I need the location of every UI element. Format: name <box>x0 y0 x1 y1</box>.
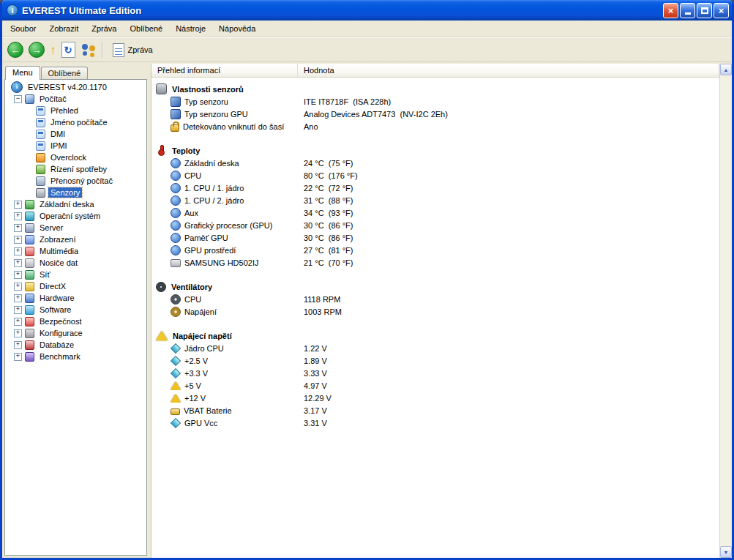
expand-icon[interactable] <box>14 283 22 291</box>
overclock-icon <box>36 153 45 163</box>
expand-icon[interactable] <box>14 329 22 337</box>
everest-icon <box>11 81 23 93</box>
expand-icon[interactable] <box>14 341 22 349</box>
menu-napoveda[interactable]: Nápověda <box>212 20 262 37</box>
scroll-up-button[interactable]: ▲ <box>720 64 732 75</box>
info-row[interactable]: 1. CPU / 2. jádro 31 °C (88 °F) <box>151 194 719 206</box>
menu-nastroje[interactable]: Nástroje <box>169 20 212 37</box>
tree-item-software[interactable]: Software <box>5 304 146 316</box>
fan-icon <box>171 294 181 305</box>
main-panel: Přehled informací Hodnota Vlastnosti sen… <box>151 64 719 558</box>
tree-item-overclock[interactable]: Overclock <box>5 152 146 163</box>
report-button[interactable]: Zpráva <box>108 41 157 59</box>
info-row[interactable]: CPU 80 °C (176 °F) <box>151 169 719 182</box>
tree-item-nosice-dat[interactable]: Nosiče dat <box>5 257 146 269</box>
tree-item-prenosny-pocitac[interactable]: Přenosný počítač <box>5 175 146 187</box>
tab-oblibene[interactable]: Oblíbené <box>41 67 89 79</box>
computer-name-icon <box>36 118 45 127</box>
tree-item-prehled[interactable]: Přehled <box>5 105 146 116</box>
temperature-icon <box>171 195 181 206</box>
minimize-button[interactable] <box>680 3 695 18</box>
navigation-tree: EVEREST v4.20.1170 Počítač Přehled Jméno… <box>4 79 147 556</box>
row-label: Paměť GPU <box>184 234 228 242</box>
info-row[interactable]: Aux 34 °C (93 °F) <box>151 206 719 219</box>
info-row[interactable]: Typ senzoru GPU Analog Devices ADT7473 (… <box>151 108 719 120</box>
close-button[interactable]: × <box>663 3 678 18</box>
info-row[interactable]: CPU 1118 RPM <box>151 293 719 305</box>
tree-item-benchmark[interactable]: Benchmark <box>5 351 146 362</box>
row-label: Typ senzoru GPU <box>184 110 248 119</box>
info-row[interactable]: +3.3 V 3.33 V <box>151 367 719 379</box>
forward-button[interactable]: → <box>29 42 45 58</box>
tree-item-jmeno-pocitace[interactable]: Jméno počítače <box>5 116 146 128</box>
menu-soubor[interactable]: Soubor <box>4 20 42 37</box>
tree-item-server[interactable]: Server <box>5 222 146 234</box>
tree-item-zakladni-deska[interactable]: Základní deska <box>5 198 146 210</box>
up-button[interactable]: ↑ <box>50 44 56 56</box>
info-row[interactable]: Napájení 1003 RPM <box>151 305 719 318</box>
info-row[interactable]: Jádro CPU 1.22 V <box>151 342 719 354</box>
tree-item-databaze[interactable]: Databáze <box>5 339 146 351</box>
scroll-down-button[interactable]: ▼ <box>720 546 732 558</box>
expand-icon[interactable] <box>14 294 22 302</box>
info-row[interactable]: SAMSUNG HD502IJ 21 °C (70 °F) <box>151 256 719 269</box>
collapse-icon[interactable] <box>14 95 22 103</box>
info-row[interactable]: +2.5 V 1.89 V <box>151 354 719 367</box>
battery-icon <box>171 408 180 415</box>
tree-item-zobrazeni[interactable]: Zobrazení <box>5 234 146 245</box>
expand-icon[interactable] <box>14 224 22 232</box>
tree-item-bezpecnost[interactable]: Bezpečnost <box>5 316 146 327</box>
tree-item-multimedia[interactable]: Multimédia <box>5 245 146 257</box>
expand-icon[interactable] <box>14 353 22 361</box>
info-row[interactable]: VBAT Baterie 3.17 V <box>151 404 719 417</box>
tree-item-hardware[interactable]: Hardware <box>5 292 146 304</box>
tree-item-sit[interactable]: Síť <box>5 269 146 280</box>
expand-icon[interactable] <box>14 271 22 279</box>
info-row[interactable]: Paměť GPU 30 °C (86 °F) <box>151 231 719 244</box>
tree-item-everest-root[interactable]: EVEREST v4.20.1170 <box>5 81 146 93</box>
info-row[interactable]: Základní deska 24 °C (75 °F) <box>151 157 719 169</box>
close-button-blue[interactable]: × <box>714 3 729 18</box>
menu-zprava[interactable]: Zpráva <box>85 20 123 37</box>
tree-item-ipmi[interactable]: IPMI <box>5 140 146 152</box>
users-button[interactable] <box>80 42 97 57</box>
toolbar-separator <box>102 42 103 58</box>
expand-icon[interactable] <box>14 201 22 209</box>
scrollbar-track[interactable] <box>720 75 732 546</box>
tree-item-dmi[interactable]: DMI <box>5 128 146 140</box>
menu-zobrazit[interactable]: Zobrazit <box>42 20 85 37</box>
section-fans: Ventilátory <box>151 280 719 293</box>
info-row[interactable]: GPU Vcc 3.31 V <box>151 417 719 429</box>
info-row[interactable]: +5 V 4.97 V <box>151 379 719 392</box>
expand-icon[interactable] <box>14 247 22 255</box>
expand-icon[interactable] <box>14 236 22 244</box>
column-header-value[interactable]: Hodnota <box>298 64 719 77</box>
info-row[interactable]: +12 V 12.29 V <box>151 392 719 404</box>
info-row[interactable]: Typ senzoru ITE IT8718F (ISA 228h) <box>151 95 719 108</box>
tree-item-operacni-system[interactable]: Operační systém <box>5 210 146 222</box>
window-title: EVEREST Ultimate Edition <box>22 5 659 16</box>
tab-menu[interactable]: Menu <box>5 66 40 80</box>
motherboard-icon <box>25 200 34 209</box>
column-header-info[interactable]: Přehled informací <box>151 64 298 77</box>
tree-item-label: Přenosný počítač <box>48 176 115 186</box>
tree-item-rizeni-spotreby[interactable]: Řízení spotřeby <box>5 163 146 175</box>
tree-item-directx[interactable]: DirectX <box>5 280 146 292</box>
maximize-button[interactable] <box>697 3 712 18</box>
vertical-scrollbar[interactable]: ▲ ▼ <box>719 64 732 558</box>
expand-icon[interactable] <box>14 259 22 267</box>
expand-icon[interactable] <box>14 306 22 314</box>
tree-item-pocitac[interactable]: Počítač <box>5 93 146 105</box>
expand-icon[interactable] <box>14 318 22 326</box>
expand-icon[interactable] <box>14 212 22 220</box>
info-row[interactable]: GPU prostředí 27 °C (81 °F) <box>151 244 719 256</box>
menu-oblibene[interactable]: Oblíbené <box>123 20 169 37</box>
tree-item-senzory[interactable]: Senzory <box>5 187 146 198</box>
refresh-button[interactable]: ↻ <box>61 42 75 58</box>
tree-item-konfigurace[interactable]: Konfigurace <box>5 327 146 339</box>
info-row[interactable]: 1. CPU / 1. jádro 22 °C (72 °F) <box>151 182 719 194</box>
info-row[interactable]: Grafický procesor (GPU) 30 °C (86 °F) <box>151 219 719 231</box>
row-label: VBAT Baterie <box>184 406 232 415</box>
info-row[interactable]: Detekováno vniknutí do šasí Ano <box>151 120 719 132</box>
back-button[interactable]: ← <box>7 42 23 58</box>
